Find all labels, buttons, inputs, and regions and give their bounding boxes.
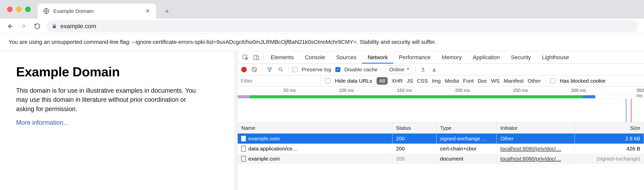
devtools-tab-elements[interactable]: Elements: [265, 51, 299, 64]
overview-tick: 150 ms: [397, 88, 412, 93]
initiator-link[interactable]: localhost:8080/priv/doc/…: [500, 156, 561, 162]
filter-type-all[interactable]: All: [377, 77, 387, 85]
filter-type-js[interactable]: JS: [407, 78, 413, 84]
reload-button[interactable]: [33, 22, 42, 31]
back-button[interactable]: [6, 22, 15, 31]
col-initiator[interactable]: Initiator: [497, 122, 575, 133]
window-minimize-button[interactable]: [16, 7, 22, 12]
inspect-element-icon[interactable]: [240, 51, 251, 64]
device-toolbar-icon[interactable]: [251, 51, 262, 64]
filter-type-css[interactable]: CSS: [417, 78, 428, 84]
devtools-tab-memory[interactable]: Memory: [436, 51, 467, 64]
disable-cache-checkbox[interactable]: ✓: [335, 67, 340, 72]
tab-close-button[interactable]: ✕: [144, 8, 151, 14]
filter-type-ws[interactable]: WS: [491, 78, 500, 84]
filter-icon[interactable]: [266, 67, 273, 72]
infobar-text: You are using an unsupported command-lin…: [9, 39, 436, 45]
request-table-body: example.com200signed-exchange …Other2.8 …: [238, 134, 644, 164]
infobar-warning: You are using an unsupported command-lin…: [0, 34, 644, 51]
throttling-value: Online: [389, 67, 405, 72]
clear-button[interactable]: [251, 67, 258, 73]
window-close-button[interactable]: [7, 7, 13, 12]
has-blocked-cookies-label: Has blocked cookie: [560, 78, 606, 84]
window-controls: [7, 7, 31, 12]
page-content: Example Domain This domain is for use in…: [0, 51, 234, 190]
col-size[interactable]: Size: [575, 122, 644, 133]
search-icon[interactable]: [277, 67, 284, 72]
devtools-tab-sources[interactable]: Sources: [331, 51, 362, 64]
request-name: example.com: [248, 156, 280, 162]
network-toolbar: Preserve log ✓ Disable cache Online: [238, 64, 644, 75]
devtools-tab-console[interactable]: Console: [299, 51, 331, 64]
record-button[interactable]: [241, 67, 247, 72]
page-more-info-link[interactable]: More information...: [16, 119, 68, 126]
request-table-header: Name Status Type Initiator Size: [238, 122, 644, 134]
col-status[interactable]: Status: [392, 122, 436, 133]
devtools-tab-performance[interactable]: Performance: [393, 51, 436, 64]
request-initiator: Other: [497, 134, 575, 144]
request-type: cert-chain+cbor: [436, 144, 497, 154]
filter-type-doc[interactable]: Doc: [478, 78, 487, 84]
url-text: example.com: [60, 23, 96, 30]
has-blocked-cookies-checkbox[interactable]: [550, 78, 555, 83]
devtools-tab-network[interactable]: Network: [362, 51, 393, 64]
throttling-select[interactable]: Online: [386, 65, 411, 74]
hide-data-urls-label: Hide data URLs: [335, 78, 372, 84]
request-row[interactable]: example.com200documentlocalhost:8080/pri…: [238, 154, 644, 164]
document-icon: [241, 136, 246, 141]
overview-tick: 300 ms: [571, 88, 586, 93]
filter-type-manifest[interactable]: Manifest: [504, 78, 524, 84]
request-initiator: localhost:8080/priv/doc/…: [497, 154, 575, 164]
filter-type-img[interactable]: Img: [432, 78, 441, 84]
download-har-icon[interactable]: [431, 67, 438, 72]
overview-tick: 200 ms: [455, 88, 470, 93]
devtools-tab-lighthouse[interactable]: Lighthouse: [536, 51, 575, 64]
request-type: signed-exchange …: [436, 134, 497, 144]
filter-type-other[interactable]: Other: [528, 78, 541, 84]
network-filter-input[interactable]: [238, 76, 321, 86]
request-name: example.com: [248, 136, 280, 142]
network-filter-bar: Hide data URLs AllXHRJSCSSImgMediaFontDo…: [238, 75, 644, 86]
devtools-tab-security[interactable]: Security: [505, 51, 536, 64]
document-icon: [241, 146, 246, 151]
filter-type-media[interactable]: Media: [445, 78, 459, 84]
browser-toolbar: example.com: [0, 19, 644, 34]
devtools-panel: ElementsConsoleSourcesNetworkPerformance…: [238, 51, 644, 190]
request-row[interactable]: data:application/ce…200cert-chain+cborlo…: [238, 144, 644, 154]
request-status: 200: [392, 144, 436, 154]
window-zoom-button[interactable]: [25, 7, 31, 12]
new-tab-button[interactable]: ＋: [161, 5, 173, 17]
col-type[interactable]: Type: [436, 122, 497, 133]
browser-tab[interactable]: Example Domain ✕: [38, 4, 156, 19]
preserve-log-label: Preserve log: [302, 67, 331, 73]
filter-type-font[interactable]: Font: [463, 78, 474, 84]
lock-icon: [52, 24, 57, 29]
network-overview[interactable]: 50 ms100 ms150 ms200 ms250 ms300 ms350 m…: [238, 86, 644, 122]
page-heading: Example Domain: [16, 64, 218, 79]
content-devtools-split: Example Domain This domain is for use in…: [0, 51, 644, 190]
document-icon: [241, 156, 246, 162]
overview-ticks: 50 ms100 ms150 ms200 ms250 ms300 ms350 m…: [238, 86, 644, 94]
col-name[interactable]: Name: [238, 122, 392, 133]
filter-type-xhr[interactable]: XHR: [392, 78, 403, 84]
request-size: 2.8 kB: [575, 134, 644, 144]
request-type: document: [436, 154, 497, 164]
disable-cache-label: Disable cache: [344, 67, 378, 73]
overview-tick: 50 ms: [284, 88, 296, 93]
preserve-log-checkbox[interactable]: [293, 67, 298, 72]
devtools-tab-bar: ElementsConsoleSourcesNetworkPerformance…: [238, 51, 644, 64]
page-paragraph: This domain is for use in illustrative e…: [16, 86, 202, 113]
page-viewport: Example Domain This domain is for use in…: [0, 51, 238, 190]
overview-tick: 250 ms: [513, 88, 528, 93]
initiator-link[interactable]: localhost:8080/priv/doc/…: [500, 146, 561, 152]
devtools-tab-application[interactable]: Application: [467, 51, 505, 64]
request-size: 426 B: [575, 144, 644, 154]
globe-icon: [43, 8, 50, 15]
tab-title: Example Domain: [53, 8, 144, 14]
overview-bars: [238, 94, 644, 99]
forward-button[interactable]: [19, 22, 28, 31]
request-row[interactable]: example.com200signed-exchange …Other2.8 …: [238, 134, 644, 144]
address-bar[interactable]: example.com: [46, 20, 638, 32]
hide-data-urls-checkbox[interactable]: [325, 78, 330, 83]
upload-har-icon[interactable]: [420, 67, 427, 72]
